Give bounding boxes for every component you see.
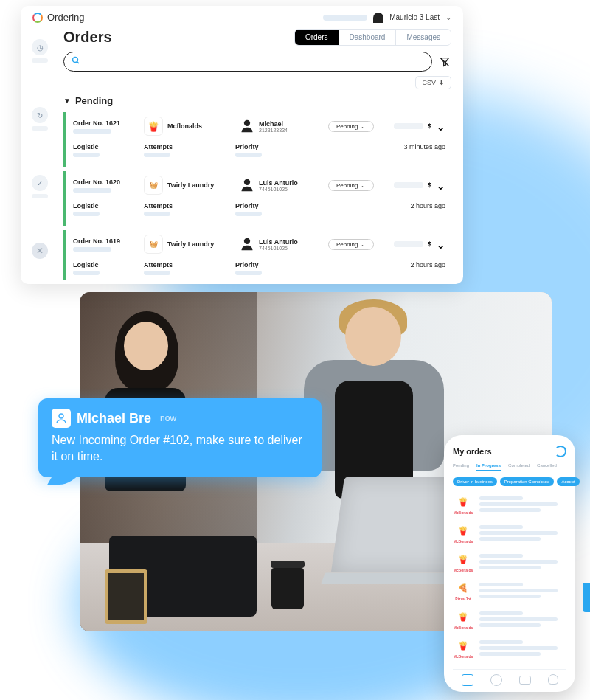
status-dropdown[interactable]: Pending ⌄ <box>328 180 374 191</box>
clock-icon: ◷ <box>32 39 48 55</box>
user-skeleton <box>323 15 367 21</box>
filter-clear-button[interactable] <box>438 55 451 69</box>
person-icon <box>240 119 254 134</box>
price-dropdown[interactable]: $ ⌄ <box>394 179 445 193</box>
phone-item-caption: Pizza Jot <box>455 597 471 601</box>
pizza-icon: 🍕 <box>455 580 471 596</box>
person-icon <box>240 237 254 252</box>
filter-accept[interactable]: Accept <box>557 477 579 486</box>
customer-phone: 7445101025 <box>259 187 298 192</box>
tab-orders[interactable]: Orders <box>295 30 339 45</box>
attempts-label: Attempts <box>144 261 235 268</box>
chevron-down-icon: ⌄ <box>436 119 445 134</box>
chat-time: now <box>160 413 176 423</box>
order-time: 3 minutes ago <box>403 143 445 150</box>
phone-list-item[interactable]: 🍟 McBonalds <box>453 551 566 572</box>
phone-list-item[interactable]: 🍕 Pizza Jot <box>453 580 566 601</box>
customer-name: Luis Anturio <box>259 238 298 246</box>
customer-name: Luis Anturio <box>259 179 298 187</box>
order-card[interactable]: Order No. 1619 🧺 Twirly Laundry Luis Ant… <box>63 230 451 280</box>
brand-name: Ordering <box>47 12 85 23</box>
chevron-down-icon: ⌄ <box>445 13 451 21</box>
filter-driver[interactable]: Driver in business <box>453 477 497 486</box>
order-card[interactable]: Order No. 1621 🍟 Mcflonalds Michael 2123… <box>63 112 451 167</box>
sidebar-item-clock[interactable]: ◷ <box>32 39 48 63</box>
sidebar: ◷ ↻ ✓ ✕ <box>21 24 59 284</box>
fries-icon: 🍟 <box>455 493 471 510</box>
svg-point-4 <box>244 179 250 185</box>
currency-symbol: $ <box>428 181 431 189</box>
phone-title: My orders <box>453 447 492 456</box>
user-menu[interactable]: Mauricio 3 Last ⌄ <box>323 13 451 23</box>
sidebar-item-sync[interactable]: ↻ <box>32 107 48 131</box>
check-icon: ✓ <box>32 175 48 191</box>
nav-activity-icon[interactable] <box>490 674 502 686</box>
section-title: Pending <box>75 95 113 106</box>
currency-symbol: $ <box>428 122 431 130</box>
customer-phone: 2123123334 <box>259 128 288 133</box>
laundry-icon: 🧺 <box>144 235 163 254</box>
laundry-icon: 🧺 <box>144 176 163 195</box>
status-dropdown[interactable]: Pending ⌄ <box>328 239 374 250</box>
phone-list-item[interactable]: 🍟 McBonalds <box>453 609 566 630</box>
customer-phone: 7445101025 <box>259 246 298 251</box>
svg-point-6 <box>59 414 63 418</box>
filter-prep[interactable]: Preparation Completed <box>500 477 555 486</box>
side-handle[interactable] <box>583 583 590 612</box>
admin-dashboard: Ordering Mauricio 3 Last ⌄ ◷ ↻ ✓ ✕ <box>21 6 463 284</box>
section-pending-toggle[interactable]: ▼ Pending <box>63 95 451 106</box>
fries-icon: 🍟 <box>455 551 471 567</box>
price-dropdown[interactable]: $ ⌄ <box>394 119 445 134</box>
order-time: 2 hours ago <box>410 261 445 268</box>
svg-point-5 <box>244 238 250 244</box>
phone-tab-pending[interactable]: Pending <box>453 463 469 471</box>
chevron-down-icon: ⌄ <box>361 241 366 248</box>
order-card[interactable]: Order No. 1620 🧺 Twirly Laundry Luis Ant… <box>63 171 451 226</box>
attempts-label: Attempts <box>144 143 235 150</box>
chevron-down-icon: ⌄ <box>361 123 366 130</box>
phone-list-item[interactable]: 🍟 McBonalds <box>453 493 566 515</box>
status-dropdown[interactable]: Pending ⌄ <box>328 121 374 132</box>
phone-tab-completed[interactable]: Completed <box>508 463 530 471</box>
phone-list-item[interactable]: 🍟 McBonalds <box>453 637 566 659</box>
refresh-icon[interactable] <box>555 446 566 457</box>
customer-name: Michael <box>259 120 288 128</box>
phone-item-caption: McBonalds <box>454 626 473 630</box>
search-icon <box>72 56 80 67</box>
nav-grid-icon[interactable] <box>462 674 473 686</box>
business-name: Mcflonalds <box>167 122 202 130</box>
chat-sender: Michael Bre <box>77 411 151 426</box>
chevron-down-icon: ⌄ <box>361 182 366 189</box>
chat-avatar-icon <box>52 409 71 428</box>
phone-tab-cancelled[interactable]: Cancelled <box>537 463 557 471</box>
chevron-down-icon: ⌄ <box>436 179 445 193</box>
phone-item-caption: McBonalds <box>454 539 473 544</box>
sidebar-close[interactable]: ✕ <box>32 243 48 259</box>
user-icon <box>373 13 384 23</box>
phone-filter-pills: Driver in business Preparation Completed… <box>453 477 566 486</box>
fries-icon: 🍟 <box>455 609 471 625</box>
phone-tabs: Pending In Progress Completed Cancelled <box>453 463 566 471</box>
search-input[interactable] <box>63 52 432 72</box>
order-time: 2 hours ago <box>410 202 445 209</box>
notification-toast[interactable]: Michael Bre now New Incoming Order #102,… <box>38 398 322 477</box>
fries-icon: 🍟 <box>455 637 471 654</box>
phone-list-item[interactable]: 🍟 McBonalds <box>453 522 566 544</box>
currency-symbol: $ <box>428 240 431 248</box>
svg-line-1 <box>77 62 80 64</box>
price-dropdown[interactable]: $ ⌄ <box>394 238 445 252</box>
tab-dashboard[interactable]: Dashboard <box>339 30 396 45</box>
sidebar-item-check[interactable]: ✓ <box>32 175 48 198</box>
csv-label: CSV <box>422 79 436 86</box>
chevron-down-icon: ⌄ <box>436 238 445 252</box>
csv-export-button[interactable]: CSV ⬇ <box>415 76 451 89</box>
status-label: Pending <box>336 182 358 189</box>
person-icon <box>240 178 254 193</box>
tab-messages[interactable]: Messages <box>395 30 451 45</box>
chat-message: New Incoming Order #102, make sure to de… <box>52 432 308 464</box>
nav-profile-icon[interactable] <box>548 674 558 685</box>
mobile-preview: My orders Pending In Progress Completed … <box>444 435 575 692</box>
phone-tab-inprogress[interactable]: In Progress <box>476 463 501 471</box>
nav-messages-icon[interactable] <box>519 676 531 685</box>
phone-item-caption: McBonalds <box>454 568 473 572</box>
